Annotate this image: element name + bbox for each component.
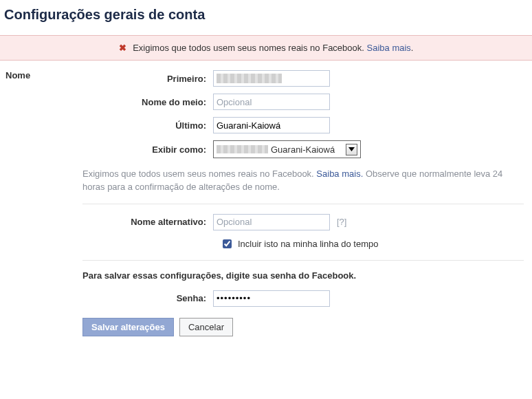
include-timeline-checkbox[interactable] [223, 239, 232, 248]
label-display-as: Exibir como: [82, 144, 213, 155]
display-as-select[interactable]: Guarani-Kaiowá [213, 140, 361, 158]
divider [82, 260, 524, 261]
notice-text: Exigimos que todos usem seus nomes reais… [133, 43, 364, 53]
save-button[interactable]: Salvar alterações [82, 318, 174, 336]
help-icon[interactable]: [?] [337, 217, 346, 227]
error-icon: ✖ [119, 43, 126, 53]
label-alt-name: Nome alternativo: [82, 217, 213, 227]
cancel-button[interactable]: Cancelar [179, 318, 233, 336]
notice-dot: . [411, 43, 414, 53]
redacted-first-name [217, 74, 282, 83]
name-policy-note: Exigimos que todos usem seus nomes reais… [82, 168, 524, 194]
notice-learn-more-link[interactable]: Saiba mais [367, 43, 411, 53]
redacted-display-first [217, 145, 268, 153]
middle-name-input[interactable] [213, 94, 330, 110]
label-middle-name: Nome do meio: [82, 97, 213, 107]
label-password: Senha: [82, 293, 213, 303]
password-input[interactable] [213, 290, 330, 307]
note-learn-more-link[interactable]: Saiba mais. [316, 169, 363, 179]
divider [82, 204, 524, 204]
last-name-input[interactable] [213, 117, 330, 133]
notice-bar: ✖ Exigimos que todos usem seus nomes rea… [0, 35, 532, 61]
include-timeline-label: Incluir isto na minha linha do tempo [238, 239, 379, 249]
section-label-name: Nome [0, 70, 82, 336]
display-as-value: Guarani-Kaiowá [271, 144, 335, 155]
save-password-prompt: Para salvar essas configurações, digite … [82, 270, 524, 281]
page-title: Configurações gerais de conta [4, 7, 532, 23]
label-first-name: Primeiro: [82, 74, 213, 84]
label-last-name: Último: [82, 120, 213, 131]
chevron-down-icon [346, 144, 357, 155]
alt-name-input[interactable] [213, 214, 330, 230]
